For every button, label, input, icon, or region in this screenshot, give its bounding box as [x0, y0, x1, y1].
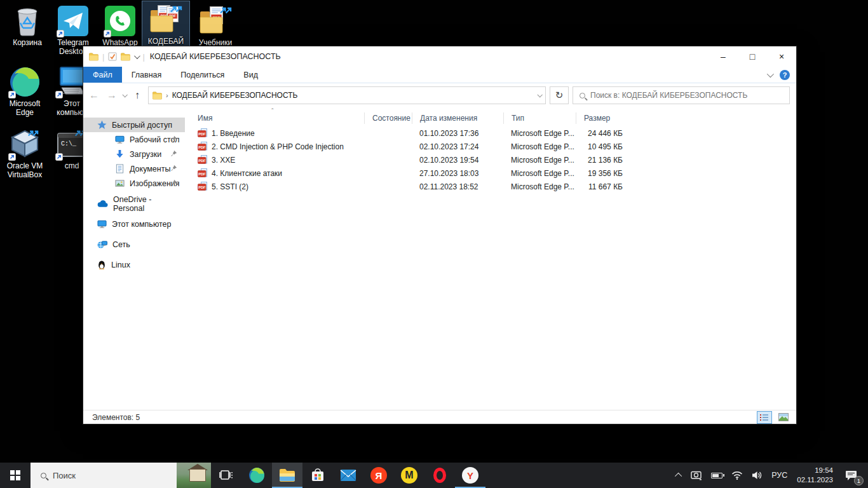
close-button[interactable]: ×: [767, 46, 796, 67]
tray-battery-button[interactable]: [707, 463, 727, 488]
windows-logo-icon: [10, 470, 20, 480]
desktop-icon-recycle-bin[interactable]: Корзина: [4, 3, 51, 50]
taskbar-yandex-search[interactable]: Я: [363, 463, 394, 488]
file-row[interactable]: 2. CMD Injection & PHP Code Injection 02…: [185, 140, 796, 153]
tray-wifi-button[interactable]: [727, 463, 747, 488]
tray-display-button[interactable]: [686, 463, 707, 488]
taskbar-search-placeholder: Поиск: [53, 471, 76, 480]
desktop-icon-whatsapp[interactable]: WhatsApp: [97, 3, 144, 50]
quick-access-toolbar: | |: [83, 52, 145, 62]
file-explorer-icon: [279, 468, 295, 482]
mail-icon: [340, 469, 356, 482]
tab-home[interactable]: Главная: [122, 67, 172, 83]
address-folder-icon: [153, 91, 162, 100]
onedrive-icon: [97, 200, 108, 208]
back-button[interactable]: ←: [87, 90, 101, 101]
file-row[interactable]: 3. XXE 02.10.2023 19:54 Microsoft Edge P…: [185, 153, 796, 166]
display-icon: [691, 471, 702, 480]
search-box[interactable]: Поиск в: КОДЕБАЙ КИБЕРБЕЗОПАСНОСТЬ: [573, 86, 790, 104]
forward-button[interactable]: →: [105, 90, 119, 101]
sidebar-item-downloads[interactable]: Загрузки: [83, 147, 185, 161]
column-header-status[interactable]: Состояние: [364, 112, 412, 124]
tab-view[interactable]: Вид: [234, 67, 268, 83]
taskbar-search-box[interactable]: Поиск: [31, 463, 211, 488]
desktop-icon-uchebniki[interactable]: Учебники: [192, 3, 239, 50]
folder-pdf-icon: [192, 4, 239, 37]
up-button[interactable]: ↑: [130, 90, 144, 101]
desktop-icon-virtualbox[interactable]: Oracle VM VirtualBox: [1, 126, 48, 182]
taskbar-store[interactable]: [302, 463, 333, 488]
taskbar-yellow-m-app[interactable]: M: [394, 463, 424, 488]
separator: |: [102, 52, 104, 62]
clock-time: 19:54: [797, 466, 833, 475]
task-view-button[interactable]: [211, 463, 241, 488]
column-header-modified[interactable]: Дата изменения: [412, 112, 503, 124]
this-pc-icon: [97, 219, 107, 229]
taskbar-mail[interactable]: [333, 463, 363, 488]
breadcrumb[interactable]: КОДЕБАЙ КИБЕРБЕЗОПАСНОСТЬ: [172, 91, 298, 100]
language-indicator[interactable]: РУС: [767, 463, 792, 488]
column-header-name[interactable]: Имя: [185, 112, 364, 124]
properties-icon[interactable]: [108, 52, 117, 61]
details-view-button[interactable]: [757, 411, 772, 424]
tab-share[interactable]: Поделиться: [171, 67, 234, 83]
recycle-bin-icon: [4, 4, 51, 37]
sidebar-item-documents[interactable]: Документы: [83, 161, 185, 176]
tray-volume-button[interactable]: [747, 463, 767, 488]
items-count: Элементов: 5: [92, 413, 140, 422]
maximize-button[interactable]: □: [738, 46, 767, 67]
pin-icon: [170, 150, 177, 157]
documents-icon: [115, 164, 125, 173]
thumbnails-view-button[interactable]: [776, 411, 791, 424]
title-bar: | | КОДЕБАЙ КИБЕРБЕЗОПАСНОСТЬ – □ ×: [83, 46, 796, 67]
desktop-icon-label: Корзина: [4, 39, 51, 48]
help-icon[interactable]: ?: [780, 70, 790, 80]
volume-icon: [752, 471, 763, 480]
refresh-button[interactable]: ↻: [550, 86, 569, 104]
address-dropdown-icon[interactable]: [537, 92, 542, 97]
sidebar-item-linux[interactable]: Linux: [83, 257, 185, 272]
sidebar-item-network[interactable]: Сеть: [83, 237, 185, 252]
taskbar-edge[interactable]: [241, 463, 272, 488]
taskbar-file-explorer[interactable]: [272, 463, 302, 488]
taskbar-opera[interactable]: [424, 463, 455, 488]
minimize-button[interactable]: –: [709, 46, 738, 67]
task-view-icon: [219, 469, 233, 482]
tray-expand-button[interactable]: [672, 463, 686, 488]
address-bar[interactable]: › КОДЕБАЙ КИБЕРБЕЗОПАСНОСТЬ: [148, 86, 546, 104]
store-icon: [310, 468, 325, 483]
desktop-icon-edge[interactable]: Microsoft Edge: [1, 64, 48, 119]
quick-access-star-icon: [97, 120, 107, 130]
notification-badge: 1: [854, 476, 864, 485]
file-row[interactable]: 5. SSTI (2) 02.11.2023 18:52 Microsoft E…: [185, 180, 796, 193]
file-row[interactable]: 4. Клиентские атаки 27.10.2023 18:03 Mic…: [185, 166, 796, 180]
sidebar-item-onedrive[interactable]: OneDrive - Personal: [83, 196, 185, 211]
battery-icon: [711, 473, 722, 478]
clock[interactable]: 19:54 02.11.2023: [792, 466, 838, 485]
new-folder-icon[interactable]: [121, 52, 130, 61]
tab-file[interactable]: Файл: [83, 67, 122, 83]
sidebar-item-desktop[interactable]: Рабочий стол: [83, 132, 185, 147]
search-placeholder: Поиск в: КОДЕБАЙ КИБЕРБЕЗОПАСНОСТЬ: [590, 91, 747, 100]
sidebar-item-this-pc[interactable]: Этот компьютер: [83, 217, 185, 231]
column-header-size[interactable]: Размер: [576, 112, 632, 124]
network-icon: [97, 240, 107, 249]
breadcrumb-separator: ›: [166, 92, 168, 99]
telegram-icon: [50, 4, 97, 37]
collapse-ribbon-icon[interactable]: [767, 70, 774, 77]
sidebar-item-pictures[interactable]: Изображения: [83, 176, 185, 191]
file-list: ˆ Имя Состояние Дата изменения Тип Разме…: [185, 107, 796, 410]
taskbar-yandex-browser[interactable]: Y: [455, 463, 485, 488]
desktop: Корзина Telegram Desktop WhatsApp: [0, 0, 868, 488]
notification-center-button[interactable]: 1: [838, 463, 865, 488]
start-button[interactable]: [0, 463, 31, 488]
history-dropdown-icon[interactable]: [122, 92, 127, 97]
desktop-icon-kodebay[interactable]: КОДЕБАЙ: [142, 1, 189, 48]
column-header-type[interactable]: Тип: [503, 112, 576, 124]
file-row[interactable]: 1. Введение 01.10.2023 17:36 Microsoft E…: [185, 126, 796, 140]
pdf-file-icon: [198, 168, 208, 179]
sidebar-item-quick-access[interactable]: Быстрый доступ: [83, 118, 185, 132]
qat-dropdown-icon[interactable]: [134, 53, 140, 59]
search-highlight-image[interactable]: [177, 463, 211, 488]
window-title: КОДЕБАЙ КИБЕРБЕЗОПАСНОСТЬ: [150, 52, 709, 61]
